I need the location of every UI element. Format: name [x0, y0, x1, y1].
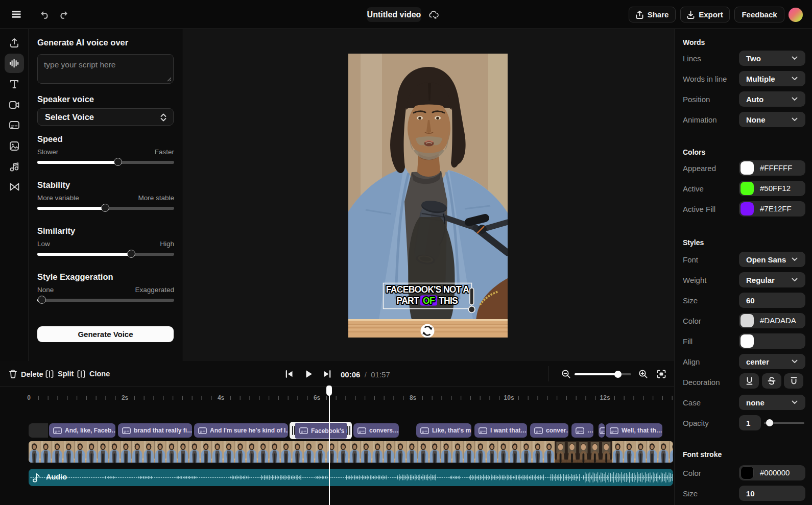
- svg-text:OF: OF: [423, 296, 435, 306]
- svg-text:PART: PART: [396, 296, 419, 306]
- svg-text:THIS: THIS: [439, 296, 458, 306]
- svg-text:FACEBOOK'S NOT A: FACEBOOK'S NOT A: [386, 284, 470, 295]
